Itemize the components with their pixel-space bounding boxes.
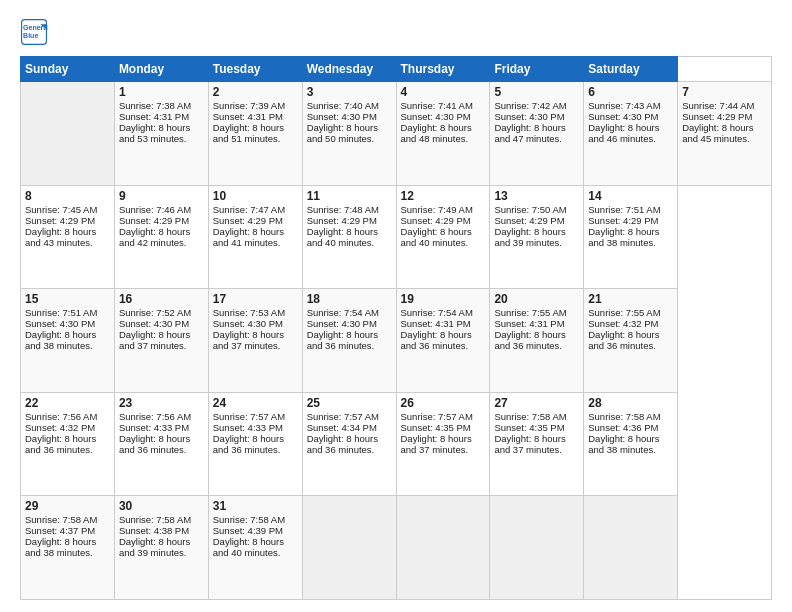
sunrise-text: Sunrise: 7:58 AM <box>213 514 285 525</box>
sunrise-text: Sunrise: 7:38 AM <box>119 100 191 111</box>
calendar-day-cell: 25Sunrise: 7:57 AMSunset: 4:34 PMDayligh… <box>302 392 396 496</box>
day-number: 3 <box>307 85 392 99</box>
sunset-text: Sunset: 4:29 PM <box>119 215 189 226</box>
day-number: 22 <box>25 396 110 410</box>
sunset-text: Sunset: 4:29 PM <box>588 215 658 226</box>
sunrise-text: Sunrise: 7:56 AM <box>119 411 191 422</box>
daylight-text: Daylight: 8 hours and 37 minutes. <box>119 329 190 351</box>
daylight-text: Daylight: 8 hours and 36 minutes. <box>307 433 378 455</box>
sunset-text: Sunset: 4:30 PM <box>119 318 189 329</box>
sunset-text: Sunset: 4:30 PM <box>307 111 377 122</box>
daylight-text: Daylight: 8 hours and 38 minutes. <box>25 536 96 558</box>
sunrise-text: Sunrise: 7:45 AM <box>25 204 97 215</box>
calendar-table: SundayMondayTuesdayWednesdayThursdayFrid… <box>20 56 772 600</box>
calendar-day-cell: 11Sunrise: 7:48 AMSunset: 4:29 PMDayligh… <box>302 185 396 289</box>
sunset-text: Sunset: 4:30 PM <box>307 318 377 329</box>
day-number: 4 <box>401 85 486 99</box>
calendar-day-cell: 8Sunrise: 7:45 AMSunset: 4:29 PMDaylight… <box>21 185 115 289</box>
calendar-day-cell: 16Sunrise: 7:52 AMSunset: 4:30 PMDayligh… <box>114 289 208 393</box>
calendar-day-cell: 26Sunrise: 7:57 AMSunset: 4:35 PMDayligh… <box>396 392 490 496</box>
day-number: 25 <box>307 396 392 410</box>
sunset-text: Sunset: 4:29 PM <box>25 215 95 226</box>
sunrise-text: Sunrise: 7:57 AM <box>307 411 379 422</box>
day-number: 18 <box>307 292 392 306</box>
day-number: 12 <box>401 189 486 203</box>
daylight-text: Daylight: 8 hours and 41 minutes. <box>213 226 284 248</box>
daylight-text: Daylight: 8 hours and 36 minutes. <box>119 433 190 455</box>
sunrise-text: Sunrise: 7:57 AM <box>401 411 473 422</box>
daylight-text: Daylight: 8 hours and 47 minutes. <box>494 122 565 144</box>
sunset-text: Sunset: 4:30 PM <box>25 318 95 329</box>
sunrise-text: Sunrise: 7:54 AM <box>401 307 473 318</box>
sunrise-text: Sunrise: 7:49 AM <box>401 204 473 215</box>
sunrise-text: Sunrise: 7:52 AM <box>119 307 191 318</box>
calendar-day-cell: 24Sunrise: 7:57 AMSunset: 4:33 PMDayligh… <box>208 392 302 496</box>
day-number: 29 <box>25 499 110 513</box>
daylight-text: Daylight: 8 hours and 42 minutes. <box>119 226 190 248</box>
sunrise-text: Sunrise: 7:56 AM <box>25 411 97 422</box>
sunset-text: Sunset: 4:35 PM <box>494 422 564 433</box>
day-number: 26 <box>401 396 486 410</box>
sunset-text: Sunset: 4:30 PM <box>494 111 564 122</box>
day-number: 20 <box>494 292 579 306</box>
sunrise-text: Sunrise: 7:40 AM <box>307 100 379 111</box>
sunset-text: Sunset: 4:34 PM <box>307 422 377 433</box>
sunset-text: Sunset: 4:32 PM <box>588 318 658 329</box>
daylight-text: Daylight: 8 hours and 36 minutes. <box>494 329 565 351</box>
sunrise-text: Sunrise: 7:55 AM <box>588 307 660 318</box>
sunset-text: Sunset: 4:29 PM <box>213 215 283 226</box>
logo: General Blue <box>20 18 48 46</box>
calendar-day-cell <box>302 496 396 600</box>
calendar-week-row: 8Sunrise: 7:45 AMSunset: 4:29 PMDaylight… <box>21 185 772 289</box>
daylight-text: Daylight: 8 hours and 37 minutes. <box>401 433 472 455</box>
sunset-text: Sunset: 4:31 PM <box>494 318 564 329</box>
sunrise-text: Sunrise: 7:47 AM <box>213 204 285 215</box>
calendar-day-cell: 2Sunrise: 7:39 AMSunset: 4:31 PMDaylight… <box>208 82 302 186</box>
calendar-day-cell: 18Sunrise: 7:54 AMSunset: 4:30 PMDayligh… <box>302 289 396 393</box>
daylight-text: Daylight: 8 hours and 39 minutes. <box>494 226 565 248</box>
sunrise-text: Sunrise: 7:57 AM <box>213 411 285 422</box>
day-number: 15 <box>25 292 110 306</box>
day-number: 16 <box>119 292 204 306</box>
calendar-day-cell: 4Sunrise: 7:41 AMSunset: 4:30 PMDaylight… <box>396 82 490 186</box>
calendar-week-row: 15Sunrise: 7:51 AMSunset: 4:30 PMDayligh… <box>21 289 772 393</box>
daylight-text: Daylight: 8 hours and 40 minutes. <box>213 536 284 558</box>
sunrise-text: Sunrise: 7:48 AM <box>307 204 379 215</box>
sunrise-text: Sunrise: 7:55 AM <box>494 307 566 318</box>
day-number: 19 <box>401 292 486 306</box>
sunrise-text: Sunrise: 7:39 AM <box>213 100 285 111</box>
sunrise-text: Sunrise: 7:51 AM <box>25 307 97 318</box>
daylight-text: Daylight: 8 hours and 43 minutes. <box>25 226 96 248</box>
day-number: 10 <box>213 189 298 203</box>
sunset-text: Sunset: 4:29 PM <box>401 215 471 226</box>
day-number: 23 <box>119 396 204 410</box>
calendar-day-cell <box>490 496 584 600</box>
calendar-day-cell: 3Sunrise: 7:40 AMSunset: 4:30 PMDaylight… <box>302 82 396 186</box>
daylight-text: Daylight: 8 hours and 46 minutes. <box>588 122 659 144</box>
calendar-week-row: 1Sunrise: 7:38 AMSunset: 4:31 PMDaylight… <box>21 82 772 186</box>
weekday-header: Saturday <box>584 57 678 82</box>
daylight-text: Daylight: 8 hours and 38 minutes. <box>588 433 659 455</box>
page: General Blue SundayMondayTuesdayWednesda… <box>0 0 792 612</box>
calendar-day-cell <box>584 496 678 600</box>
sunset-text: Sunset: 4:35 PM <box>401 422 471 433</box>
day-number: 13 <box>494 189 579 203</box>
daylight-text: Daylight: 8 hours and 45 minutes. <box>682 122 753 144</box>
daylight-text: Daylight: 8 hours and 36 minutes. <box>401 329 472 351</box>
sunrise-text: Sunrise: 7:54 AM <box>307 307 379 318</box>
calendar-day-cell: 14Sunrise: 7:51 AMSunset: 4:29 PMDayligh… <box>584 185 678 289</box>
day-number: 1 <box>119 85 204 99</box>
sunset-text: Sunset: 4:31 PM <box>119 111 189 122</box>
daylight-text: Daylight: 8 hours and 37 minutes. <box>213 329 284 351</box>
sunrise-text: Sunrise: 7:50 AM <box>494 204 566 215</box>
daylight-text: Daylight: 8 hours and 38 minutes. <box>25 329 96 351</box>
calendar-day-cell: 9Sunrise: 7:46 AMSunset: 4:29 PMDaylight… <box>114 185 208 289</box>
daylight-text: Daylight: 8 hours and 37 minutes. <box>494 433 565 455</box>
sunrise-text: Sunrise: 7:58 AM <box>494 411 566 422</box>
sunset-text: Sunset: 4:30 PM <box>213 318 283 329</box>
daylight-text: Daylight: 8 hours and 36 minutes. <box>25 433 96 455</box>
day-number: 21 <box>588 292 673 306</box>
sunset-text: Sunset: 4:30 PM <box>401 111 471 122</box>
calendar-day-cell: 5Sunrise: 7:42 AMSunset: 4:30 PMDaylight… <box>490 82 584 186</box>
weekday-header: Monday <box>114 57 208 82</box>
